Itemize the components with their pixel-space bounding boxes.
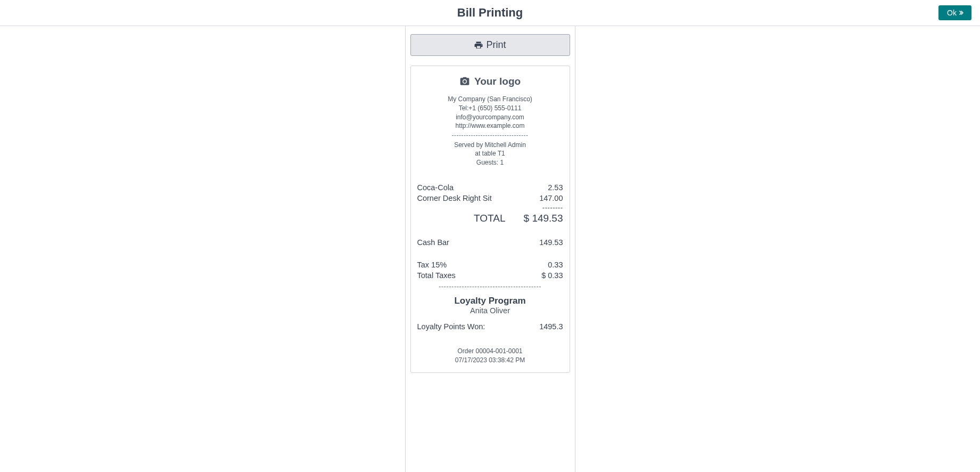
company-email: info@yourcompany.com: [417, 113, 563, 122]
payment-method: Cash Bar: [417, 237, 449, 248]
separator: ----------------------------------------: [417, 282, 563, 290]
served-by: Served by Mitchell Admin: [417, 141, 563, 150]
total-label: TOTAL: [474, 213, 505, 224]
payment-amount: 149.53: [539, 237, 563, 248]
total-row: TOTAL $ 149.53: [417, 213, 563, 224]
total-taxes-amount: $ 0.33: [541, 270, 563, 281]
header: Bill Printing Ok: [0, 0, 980, 26]
loyalty-points-row: Loyalty Points Won: 1495.3: [417, 321, 563, 332]
payment-row: Cash Bar 149.53: [417, 237, 563, 248]
tax-amount: 0.33: [548, 259, 563, 270]
ok-button[interactable]: Ok: [938, 5, 971, 20]
company-tel: Tel:+1 (650) 555-0111: [417, 104, 563, 113]
tax-label: Tax 15%: [417, 259, 447, 270]
item-name: Corner Desk Right Sit: [417, 193, 492, 204]
logo-text: Your logo: [474, 76, 521, 87]
ok-button-label: Ok: [947, 9, 957, 17]
order-footer: Order 00004-001-0001 07/17/2023 03:38:42…: [417, 347, 563, 365]
separator-right: --------: [417, 204, 563, 211]
page-title: Bill Printing: [457, 6, 523, 20]
company-website: http://www.example.com: [417, 121, 563, 131]
item-price: 2.53: [548, 182, 563, 193]
line-item: Corner Desk Right Sit 147.00: [417, 193, 563, 204]
chevron-right-double-icon: [958, 10, 964, 16]
total-taxes-label: Total Taxes: [417, 270, 456, 281]
served-guests: Guests: 1: [417, 158, 563, 167]
order-datetime: 07/17/2023 03:38:42 PM: [417, 356, 563, 365]
tax-row: Tax 15% 0.33: [417, 259, 563, 270]
company-info: My Company (San Francisco) Tel:+1 (650) …: [417, 95, 563, 131]
camera-icon: [459, 76, 470, 87]
line-item: Coca-Cola 2.53: [417, 182, 563, 193]
loyalty-points-value: 1495.3: [539, 321, 563, 332]
order-number: Order 00004-001-0001: [417, 347, 563, 356]
total-amount: $ 149.53: [524, 213, 563, 224]
print-button[interactable]: Print: [410, 34, 570, 56]
receipt-column: Print Your logo My Company (San Francisc…: [405, 26, 575, 472]
receipt: Your logo My Company (San Francisco) Tel…: [410, 66, 570, 373]
served-info: Served by Mitchell Admin at table T1 Gue…: [417, 141, 563, 167]
company-name: My Company (San Francisco): [417, 95, 563, 104]
total-taxes-row: Total Taxes $ 0.33: [417, 270, 563, 281]
item-price: 147.00: [539, 193, 563, 204]
separator: --------------------------------: [417, 132, 563, 139]
print-button-label: Print: [486, 39, 506, 51]
loyalty-title: Loyalty Program: [417, 296, 563, 306]
served-table: at table T1: [417, 149, 563, 158]
print-icon: [474, 40, 483, 50]
item-name: Coca-Cola: [417, 182, 454, 193]
logo-row: Your logo: [417, 76, 563, 87]
loyalty-customer: Anita Oliver: [417, 306, 563, 315]
loyalty-points-label: Loyalty Points Won:: [417, 321, 485, 332]
